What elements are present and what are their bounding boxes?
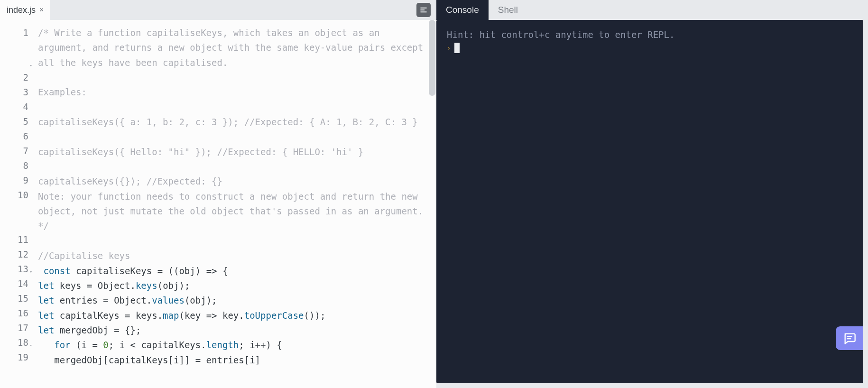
line-number: 17 [0, 321, 28, 335]
line-gutter: 1▾2345678910111213▾1415161718▾19 [0, 20, 32, 388]
code-line[interactable]: capitaliseKeys({ a: 1, b: 2, c: 3 }); //… [38, 115, 432, 129]
file-tab-indexjs[interactable]: index.js × [0, 0, 50, 20]
chat-icon [843, 332, 856, 345]
output-pane: Console Shell Hint: hit control+c anytim… [436, 0, 868, 388]
code-content[interactable]: /* Write a function capitaliseKeys, whic… [32, 20, 436, 388]
code-line[interactable]: let capitalKeys = keys.map(key => key.to… [38, 308, 432, 323]
code-line[interactable] [38, 234, 432, 249]
line-number: 13▾ [0, 262, 28, 277]
code-line[interactable]: for (i = 0; i < capitalKeys.length; i++)… [38, 338, 432, 352]
code-line[interactable] [38, 70, 432, 85]
prompt-caret-icon: › [447, 44, 451, 52]
fold-icon[interactable]: ▾ [30, 62, 32, 69]
svg-rect-2 [420, 11, 427, 12]
code-line[interactable]: //Capitalise keys [38, 249, 432, 263]
console[interactable]: Hint: hit control+c anytime to enter REP… [436, 20, 863, 383]
tab-console[interactable]: Console [436, 0, 489, 20]
code-line[interactable]: let keys = Object.keys(obj); [38, 278, 432, 293]
close-icon[interactable]: × [39, 6, 44, 14]
code-editor[interactable]: 1▾2345678910111213▾1415161718▾19 /* Writ… [0, 20, 436, 388]
code-line[interactable]: let entries = Object.values(obj); [38, 293, 432, 308]
code-line[interactable] [38, 129, 432, 144]
line-number: 14 [0, 277, 28, 291]
line-number: 7 [0, 144, 28, 158]
chat-button[interactable] [836, 326, 863, 350]
svg-rect-1 [420, 9, 425, 10]
line-number: 10 [0, 188, 28, 232]
console-prompt-line: › [447, 43, 853, 53]
line-number: 15 [0, 291, 28, 306]
line-number: 8 [0, 158, 28, 173]
line-number: 5 [0, 114, 28, 129]
line-number: 12 [0, 247, 28, 262]
line-number: 4 [0, 100, 28, 114]
code-line[interactable]: let mergedObj = {}; [38, 323, 432, 338]
fold-icon[interactable]: ▾ [30, 342, 32, 349]
line-number: 6 [0, 129, 28, 144]
code-line[interactable]: Examples: [38, 85, 432, 100]
code-line[interactable]: mergedObj[capitalKeys[i]] = entries[i] [38, 353, 432, 368]
editor-pane: index.js × 1▾2345678910111213▾1415161718… [0, 0, 436, 388]
console-hint: Hint: hit control+c anytime to enter REP… [447, 29, 853, 40]
line-number: 1▾ [0, 26, 28, 70]
editor-scrollbar[interactable] [429, 20, 435, 96]
format-icon [419, 6, 428, 14]
code-line[interactable] [38, 159, 432, 174]
format-button[interactable] [416, 3, 431, 17]
line-number: 18▾ [0, 335, 28, 350]
tab-shell[interactable]: Shell [489, 0, 527, 20]
file-tab-label: index.js [7, 5, 36, 15]
code-line[interactable]: Note: your function needs to construct a… [38, 189, 432, 234]
code-line[interactable] [38, 100, 432, 115]
line-number: 11 [0, 232, 28, 247]
console-cursor [454, 43, 460, 53]
line-number: 9 [0, 173, 28, 188]
editor-tabs: index.js × [0, 0, 436, 20]
code-line[interactable]: capitaliseKeys({ Hello: "hi" }); //Expec… [38, 145, 432, 159]
output-tabs: Console Shell [436, 0, 868, 20]
code-line[interactable]: capitaliseKeys({}); //Expected: {} [38, 174, 432, 189]
line-number: 3 [0, 85, 28, 100]
code-line[interactable]: /* Write a function capitaliseKeys, whic… [38, 26, 432, 70]
fold-icon[interactable]: ▾ [30, 268, 32, 276]
svg-rect-0 [420, 8, 427, 9]
line-number: 19 [0, 350, 28, 365]
code-line[interactable]: const capitaliseKeys = ((obj) => { [38, 264, 432, 278]
line-number: 16 [0, 306, 28, 321]
line-number: 2 [0, 70, 28, 85]
